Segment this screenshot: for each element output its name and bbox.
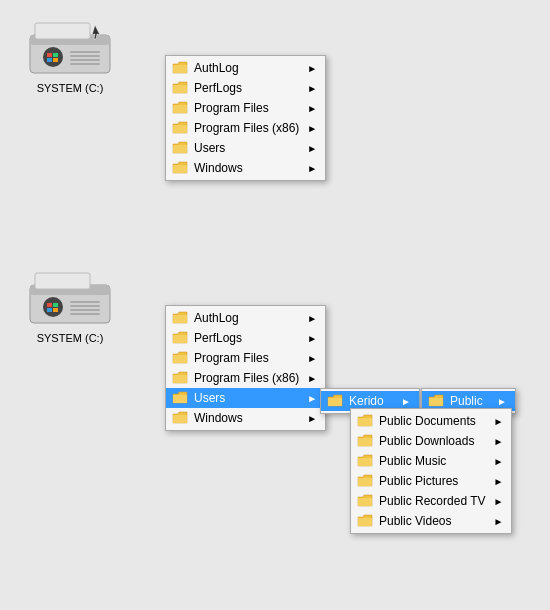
drive-area-2: SYSTEM (C:) (20, 265, 120, 344)
menu1-item-windows[interactable]: Windows ► (166, 158, 325, 178)
menu1-item-perflogs[interactable]: PerfLogs ► (166, 78, 325, 98)
menu2-item-users[interactable]: Users ► (166, 388, 325, 408)
submenu-item-public-pictures[interactable]: Public Pictures ► (351, 471, 511, 491)
drive-label-1: SYSTEM (C:) (37, 82, 104, 94)
folder-icon (327, 394, 343, 408)
arrow-icon: ► (393, 396, 411, 407)
folder-icon (357, 494, 373, 508)
drive-icon-1 (25, 15, 115, 80)
folder-icon (172, 141, 188, 155)
svg-rect-11 (35, 273, 90, 289)
svg-rect-14 (70, 305, 100, 307)
arrow-icon: ► (299, 313, 317, 324)
svg-rect-7 (70, 63, 100, 65)
arrow-icon: ► (299, 333, 317, 344)
arrow-icon: ► (299, 143, 317, 154)
folder-icon (172, 411, 188, 425)
arrow-icon: ► (486, 516, 504, 527)
arrow-icon: ► (489, 396, 507, 407)
menu2-item-programfiles[interactable]: Program Files ► (166, 348, 325, 368)
arrow-icon: ► (299, 373, 317, 384)
folder-icon (172, 351, 188, 365)
menu1-item-users[interactable]: Users ► (166, 138, 325, 158)
menu2-item-perflogs[interactable]: PerfLogs ► (166, 328, 325, 348)
arrow-icon: ► (486, 456, 504, 467)
folder-icon (357, 474, 373, 488)
folder-icon (172, 371, 188, 385)
arrow-icon: ► (299, 123, 317, 134)
arrow-icon: ► (486, 436, 504, 447)
folder-icon (172, 121, 188, 135)
folder-icon (357, 454, 373, 468)
svg-rect-13 (70, 301, 100, 303)
folder-icon (172, 81, 188, 95)
submenu-item-public-videos[interactable]: Public Videos ► (351, 511, 511, 531)
menu1-item-programfiles[interactable]: Program Files ► (166, 98, 325, 118)
svg-rect-2 (35, 23, 90, 39)
context-menu-2: AuthLog ► PerfLogs ► Program Files ► Pro… (165, 305, 326, 431)
menu2-item-windows[interactable]: Windows ► (166, 408, 325, 428)
arrow-icon: ► (299, 353, 317, 364)
arrow-icon: ► (299, 103, 317, 114)
arrow-icon: ► (486, 476, 504, 487)
folder-icon (357, 414, 373, 428)
arrow-icon: ► (486, 416, 504, 427)
submenu-item-public-documents[interactable]: Public Documents ► (351, 411, 511, 431)
menu1-item-programfiles-x86[interactable]: Program Files (x86) ► (166, 118, 325, 138)
folder-icon (357, 514, 373, 528)
arrow-icon: ► (486, 496, 504, 507)
context-menu-1: AuthLog ► PerfLogs ► Program Files ► Pro… (165, 55, 326, 181)
menu2-item-authlog[interactable]: AuthLog ► (166, 308, 325, 328)
folder-icon (172, 311, 188, 325)
folder-icon (172, 391, 188, 405)
folder-icon (357, 434, 373, 448)
submenu-public: Public Documents ► Public Downloads ► Pu… (350, 408, 512, 534)
arrow-icon: ► (299, 393, 317, 404)
arrow-icon: ► (299, 413, 317, 424)
folder-icon (172, 161, 188, 175)
folder-icon (172, 61, 188, 75)
arrow-icon: ► (299, 163, 317, 174)
svg-rect-16 (70, 313, 100, 315)
folder-icon (172, 101, 188, 115)
svg-rect-5 (70, 55, 100, 57)
svg-rect-4 (70, 51, 100, 53)
submenu-item-public-recordedtv[interactable]: Public Recorded TV ► (351, 491, 511, 511)
arrow-icon: ► (299, 83, 317, 94)
folder-icon (428, 394, 444, 408)
folder-icon (172, 331, 188, 345)
svg-rect-6 (70, 59, 100, 61)
menu2-item-programfiles-x86[interactable]: Program Files (x86) ► (166, 368, 325, 388)
drive-label-2: SYSTEM (C:) (37, 332, 104, 344)
drive-icon-2 (25, 265, 115, 330)
arrow-icon: ► (299, 63, 317, 74)
drive-area-1: SYSTEM (C:) (20, 15, 120, 94)
menu1-item-authlog[interactable]: AuthLog ► (166, 58, 325, 78)
svg-rect-15 (70, 309, 100, 311)
submenu-item-public-music[interactable]: Public Music ► (351, 451, 511, 471)
submenu-item-public-downloads[interactable]: Public Downloads ► (351, 431, 511, 451)
